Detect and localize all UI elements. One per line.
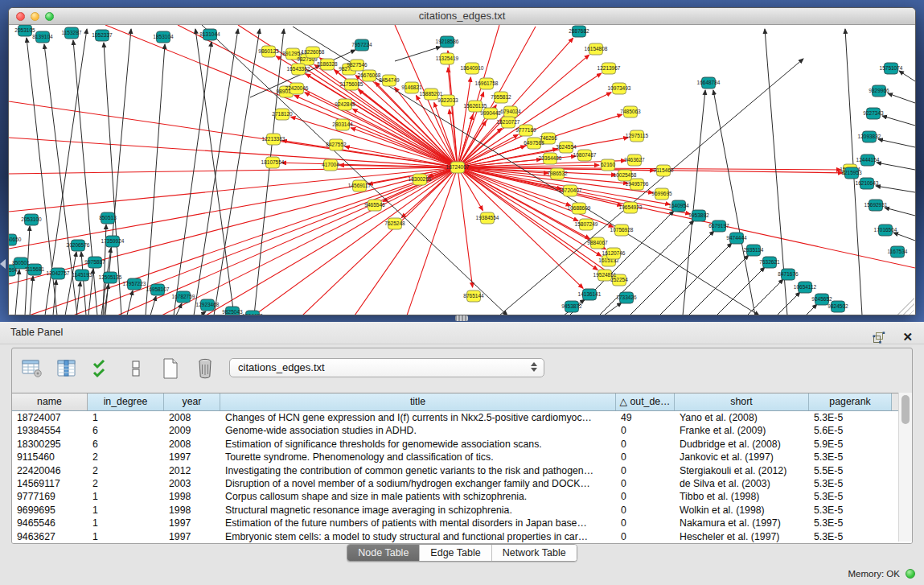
- table-row[interactable]: 946554611997Estimation of the future num…: [12, 517, 912, 529]
- clear-selection-icon[interactable]: [124, 356, 148, 381]
- graph-node-label: 9474444: [726, 235, 747, 241]
- citation-edge-black[interactable]: [747, 279, 783, 315]
- table-row[interactable]: 1830029562008Estimation of significance …: [12, 438, 912, 451]
- table-row[interactable]: 1456911722003Disruption of a novel membe…: [12, 477, 912, 490]
- table-cell: Tibbo et al. (1998): [675, 490, 809, 503]
- graph-node-label: 19384554: [476, 215, 499, 220]
- citation-edge-black[interactable]: [777, 292, 800, 315]
- citation-edge-black[interactable]: [688, 255, 749, 315]
- citation-edge-black[interactable]: [882, 116, 915, 126]
- graph-node-label: 6497568: [524, 140, 544, 146]
- citation-edge-black[interactable]: [877, 163, 915, 170]
- new-table-icon[interactable]: [158, 356, 183, 381]
- citation-edge-red[interactable]: [9, 167, 458, 212]
- graph-node-label: 15751074: [880, 65, 903, 71]
- graph-node-label: 6679197: [708, 223, 729, 229]
- table-scrollbar-thumb[interactable]: [901, 395, 910, 424]
- graph-node-label: 8186328: [317, 61, 338, 67]
- graph-node-label: 9953892: [688, 212, 709, 218]
- citation-edge-black[interactable]: [878, 139, 915, 147]
- graph-node-label: 7957224: [351, 42, 372, 47]
- graph-node-label: 22420046: [285, 85, 309, 91]
- citation-edge-black[interactable]: [499, 59, 803, 315]
- citation-edge-black[interactable]: [893, 233, 915, 241]
- column-header-short[interactable]: short: [675, 393, 809, 410]
- float-panel-icon[interactable]: [867, 325, 891, 349]
- citation-edge-red[interactable]: [448, 51, 458, 167]
- citation-edge-black[interactable]: [806, 304, 817, 315]
- graph-node-label: 15720407: [559, 187, 582, 193]
- graph-node-label: 18107554: [261, 159, 285, 165]
- citation-graph[interactable]: 6216025225439159441700474626685050185051…: [9, 25, 915, 315]
- tab-network-table[interactable]: Network Table: [492, 545, 577, 561]
- select-all-icon[interactable]: [89, 356, 113, 381]
- panel-splitter-handle[interactable]: [455, 315, 468, 321]
- citation-edge-red[interactable]: [162, 167, 458, 315]
- graph-node-label: 9146821: [401, 84, 422, 90]
- citation-edge-black[interactable]: [150, 296, 156, 315]
- citation-edge-red[interactable]: [458, 77, 470, 167]
- table-cell: 2008: [164, 411, 220, 424]
- graph-node-label: 16782759: [172, 294, 195, 299]
- citation-edge-black[interactable]: [599, 220, 694, 315]
- network-window-titlebar[interactable]: citations_edges.txt: [9, 8, 915, 25]
- citation-edge-black[interactable]: [713, 90, 755, 315]
- table-row[interactable]: 2242004622012Investigating the contribut…: [12, 464, 912, 477]
- tab-edge-table[interactable]: Edge Table: [420, 545, 491, 561]
- citation-edge-black[interactable]: [195, 29, 234, 315]
- delete-rows-icon[interactable]: [193, 356, 217, 381]
- citation-edge-black[interactable]: [176, 303, 182, 315]
- citation-edge-red[interactable]: [9, 167, 458, 249]
- table-row[interactable]: 969969511998Structural magnetic resonanc…: [12, 504, 912, 517]
- citation-edge-black[interactable]: [15, 270, 19, 315]
- graph-node-label: 15626135: [464, 103, 487, 109]
- citation-edge-black[interactable]: [885, 208, 915, 216]
- citation-edge-red[interactable]: [73, 167, 458, 315]
- column-header-year[interactable]: year: [164, 393, 220, 410]
- close-panel-icon[interactable]: ✕: [902, 330, 913, 344]
- table-scrollbar[interactable]: [898, 393, 912, 542]
- citation-edge-black[interactable]: [604, 303, 622, 315]
- citation-edge-black[interactable]: [876, 186, 915, 192]
- table-row[interactable]: 911546021997Tourette syndrome. Phenomeno…: [12, 451, 912, 463]
- table-cell: 2: [88, 477, 164, 490]
- citation-edge-black[interactable]: [174, 42, 211, 315]
- citation-edge-red[interactable]: [458, 167, 473, 287]
- column-header-pagerank[interactable]: pagerank: [809, 393, 892, 410]
- citation-edge-red[interactable]: [294, 95, 458, 167]
- table-row[interactable]: 946362711997Embryonic stem cells: a mode…: [12, 530, 912, 543]
- table-row[interactable]: 977716911998Corpus callosum shape and si…: [12, 490, 912, 503]
- table-cell: 5.9E-5: [809, 438, 892, 451]
- graph-node-label: 9242848: [335, 101, 355, 107]
- column-header-title[interactable]: title: [220, 393, 616, 410]
- column-header-name[interactable]: name: [12, 393, 88, 410]
- table-row[interactable]: 1872400712008Changes of HCN gene express…: [12, 411, 912, 424]
- citation-edge-black[interactable]: [395, 47, 441, 61]
- show-columns-icon[interactable]: [55, 356, 79, 381]
- column-header-indegree[interactable]: in_degree: [88, 393, 164, 410]
- graph-node-label: 16210643: [856, 180, 879, 186]
- citation-edge-black[interactable]: [899, 71, 915, 81]
- citation-edge-black[interactable]: [659, 243, 732, 315]
- collapse-left-splitter-icon[interactable]: [0, 259, 6, 269]
- citation-edge-black[interactable]: [146, 44, 165, 315]
- graph-node-label: 16961758: [475, 80, 499, 86]
- network-canvas[interactable]: 6216025225439159441700474626685050185051…: [9, 25, 915, 315]
- graph-node-label: 26676068: [358, 72, 381, 78]
- table-selector-dropdown[interactable]: citations_edges.txt: [229, 358, 544, 377]
- citation-edge-black[interactable]: [888, 93, 915, 103]
- column-header-outde[interactable]: △ out_de…: [616, 393, 675, 410]
- table-cell: 49: [616, 411, 675, 424]
- table-mode-icon[interactable]: [20, 356, 44, 381]
- citation-edge-red[interactable]: [9, 167, 458, 174]
- memory-status-icon[interactable]: [906, 569, 915, 579]
- graph-node-label: 25160650: [9, 237, 22, 242]
- citation-edge-red[interactable]: [353, 109, 458, 167]
- tab-node-table[interactable]: Node Table: [347, 545, 420, 561]
- citation-edge-red[interactable]: [302, 167, 458, 315]
- graph-node-label: 17957223: [123, 281, 146, 286]
- citation-edge-black[interactable]: [717, 267, 765, 315]
- table-row[interactable]: 1938455462009Genome-wide association stu…: [12, 424, 912, 437]
- citation-edge-black[interactable]: [200, 311, 206, 315]
- citation-edge-black[interactable]: [30, 276, 33, 315]
